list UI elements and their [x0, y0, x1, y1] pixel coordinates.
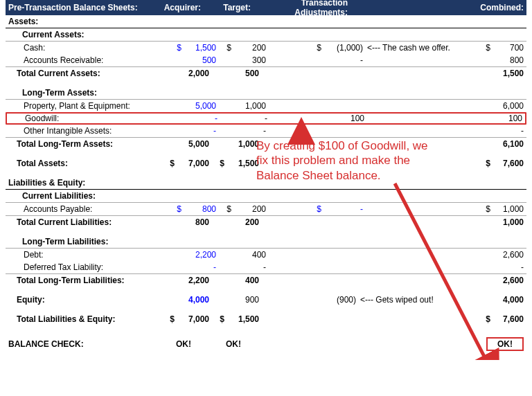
- sym: $: [169, 43, 181, 53]
- row-total-lt-liab: Total Long-Term Liabilities: 2,200 400 2…: [6, 273, 526, 287]
- val-cash-adj: (1,000): [321, 43, 363, 53]
- note-cash: <--- The cash we offer.: [363, 43, 470, 53]
- row-total-current-liab: Total Current Liabilities: 800 200 1,000: [6, 215, 526, 228]
- row-cash: Cash: $ 1,500 $ 200 $ (1,000) <--- The c…: [6, 42, 526, 54]
- header-combined: Combined:: [470, 3, 524, 12]
- balance-check-ok-box: OK!: [486, 337, 524, 351]
- row-ap: Accounts Payable: $ 800 $ 200 $ - $ 1,00…: [6, 203, 526, 215]
- val-cash-cmb: 700: [490, 43, 524, 53]
- balance-sheet: Pre-Transaction Balance Sheets: Acquirer…: [0, 0, 532, 360]
- row-ppe: Property, Plant & Equipment: 5,000 1,000…: [6, 100, 526, 112]
- row-total-current-assets: Total Current Assets: 2,000 500 1,500: [6, 66, 526, 80]
- row-ar: Accounts Receivable: 500 300 - 800: [6, 54, 526, 66]
- val-cash-tgt: 200: [231, 43, 266, 53]
- heading-current-liab: Current Liabilities:: [6, 190, 526, 203]
- header-adjustments: Transaction Adjustments:: [251, 0, 348, 17]
- row-equity: Equity: 4,000 900 (900) <--- Gets wiped …: [6, 294, 526, 306]
- header-target: Target:: [201, 3, 251, 12]
- row-intangibles: Other Intangible Assets: - - -: [6, 125, 526, 137]
- row-debt: Debt: 2,200 400 2,600: [6, 249, 526, 261]
- header-row: Pre-Transaction Balance Sheets: Acquirer…: [6, 0, 526, 15]
- row-dtl: Deferred Tax Liability: - - -: [6, 261, 526, 273]
- header-label: Pre-Transaction Balance Sheets:: [8, 3, 154, 12]
- heading-lt-assets: Long-Term Assets:: [6, 87, 526, 100]
- heading-current-assets: Current Assets:: [6, 28, 526, 42]
- label-cash: Cash:: [8, 43, 169, 53]
- val-cash-acq: 1,500: [181, 43, 216, 53]
- heading-lt-liab: Long-Term Liabilities:: [6, 235, 526, 249]
- header-acquirer: Acquirer:: [154, 3, 201, 12]
- annotation-text: By creating $100 of Goodwill, we fix thi…: [256, 138, 436, 183]
- row-total-liab-eq: Total Liabilities & Equity: $ 7,000 $ 1,…: [6, 313, 526, 325]
- row-balance-check: BALANCE CHECK: OK! OK! OK!: [6, 338, 526, 350]
- row-goodwill: Goodwill: - - 100 100: [6, 112, 526, 125]
